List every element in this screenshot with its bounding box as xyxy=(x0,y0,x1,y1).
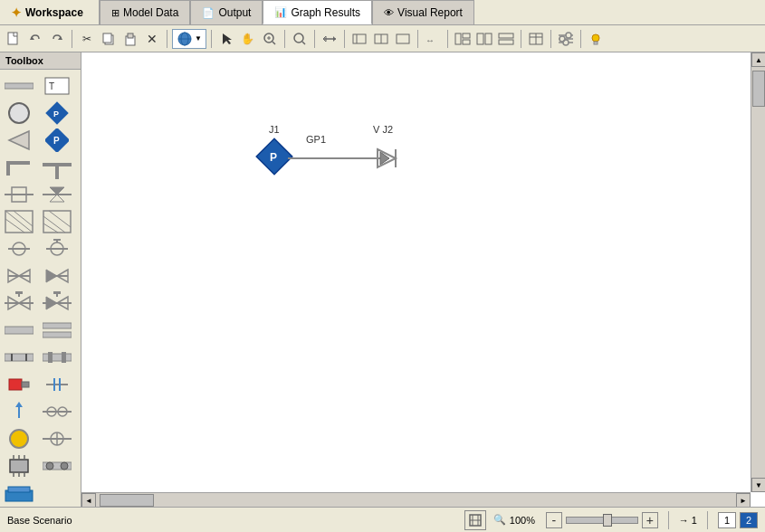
tool-flex2[interactable] xyxy=(42,345,72,370)
tool-hatch2[interactable] xyxy=(42,209,72,234)
layout1-button[interactable] xyxy=(453,29,473,49)
tool-valve8[interactable] xyxy=(42,290,72,316)
tool-valve4[interactable] xyxy=(42,236,72,261)
tool-valve-pair[interactable] xyxy=(42,399,72,424)
status-sep2 xyxy=(707,511,708,529)
tool-valve6[interactable] xyxy=(42,263,72,289)
tool-valve5[interactable] xyxy=(4,263,34,289)
svg-marker-80 xyxy=(46,270,57,282)
move-button[interactable]: ↔ xyxy=(423,29,443,49)
tool-pump-diamond[interactable]: P xyxy=(42,100,72,126)
tab-output[interactable]: 📄 Output xyxy=(190,0,263,24)
toolbox-panel: Toolbox T P P xyxy=(0,52,81,507)
svg-rect-95 xyxy=(5,354,33,361)
redo-button[interactable] xyxy=(47,29,67,49)
paste-button[interactable] xyxy=(120,29,140,49)
tool-actuator[interactable] xyxy=(4,399,34,424)
svg-rect-4 xyxy=(103,33,111,43)
move-icon: ↔ xyxy=(425,32,441,46)
tool-triangle[interactable] xyxy=(4,128,34,153)
tool-pump-red[interactable] xyxy=(4,372,34,397)
table-button[interactable] xyxy=(526,29,546,49)
options-button[interactable] xyxy=(556,29,576,49)
svg-rect-46 xyxy=(5,83,33,89)
tool-pipe-h[interactable] xyxy=(4,73,34,99)
tool-circle-yellow[interactable] xyxy=(4,426,34,451)
svg-text:P: P xyxy=(53,136,60,146)
pump-component[interactable]: P xyxy=(256,138,292,175)
v-scrollbar[interactable]: ▲ ▼ xyxy=(751,52,765,492)
globe-dropdown[interactable]: ▼ xyxy=(172,29,206,49)
v-scrollbar-thumb[interactable] xyxy=(752,71,765,107)
zoom-button[interactable] xyxy=(260,29,280,49)
undo-button[interactable] xyxy=(25,29,45,49)
tab-graph-results[interactable]: 📊 Graph Results xyxy=(263,0,372,24)
find-button[interactable] xyxy=(290,29,310,49)
toolbox-items: T P P xyxy=(0,70,81,507)
tool-pump-p[interactable]: P xyxy=(42,128,72,153)
zoom-minus-button[interactable]: - xyxy=(546,512,562,528)
scenario-label: Base Scenario xyxy=(7,515,72,526)
tool-text-box[interactable]: T xyxy=(42,73,72,99)
tool-valve2[interactable] xyxy=(42,182,72,207)
tool-chip[interactable] xyxy=(4,453,34,479)
status-sep1 xyxy=(668,511,669,529)
tab-visual-report[interactable]: 👁 Visual Report xyxy=(372,0,474,24)
svg-marker-88 xyxy=(46,297,57,309)
valve7-icon xyxy=(5,291,33,315)
pan-button[interactable]: ✋ xyxy=(238,29,258,49)
bulb-button[interactable] xyxy=(586,29,606,49)
arrow-label: → 1 xyxy=(679,515,697,526)
copy-button[interactable] xyxy=(99,29,119,49)
svg-rect-23 xyxy=(397,34,409,43)
tool-valve3[interactable] xyxy=(4,236,34,261)
tab-model-data[interactable]: ⊞ Model Data xyxy=(100,0,190,24)
tool-pipe-double[interactable] xyxy=(42,318,72,343)
connect-button[interactable] xyxy=(320,29,339,49)
box3-button[interactable] xyxy=(393,29,413,49)
svg-marker-17 xyxy=(333,36,336,42)
page1-box[interactable]: 1 xyxy=(718,512,736,528)
hatch2-icon xyxy=(43,210,72,233)
delete-button[interactable]: ✕ xyxy=(142,29,162,49)
tool-valve7[interactable] xyxy=(4,290,34,316)
h-scrollbar[interactable]: ◄ ► xyxy=(81,492,751,507)
tool-valve-cross[interactable] xyxy=(42,426,72,451)
tool-elbow[interactable] xyxy=(4,155,34,180)
scroll-right-button[interactable]: ► xyxy=(736,493,751,507)
tool-flex1[interactable] xyxy=(4,345,34,370)
tool-hatch1[interactable] xyxy=(4,209,34,234)
tool-pipe-segment[interactable] xyxy=(4,318,34,343)
tab-workspace[interactable]: ✦ Workspace xyxy=(0,0,100,24)
page2-box[interactable]: 2 xyxy=(740,512,758,528)
select-button[interactable] xyxy=(216,29,236,49)
box2-button[interactable] xyxy=(371,29,391,49)
svg-point-123 xyxy=(46,462,53,470)
sep1 xyxy=(72,30,72,48)
tool-tray[interactable] xyxy=(4,480,34,506)
canvas-area[interactable]: J1 GP1 V J2 P ▲ ▼ xyxy=(81,52,765,507)
tool-clamp[interactable] xyxy=(42,372,72,397)
cut-button[interactable]: ✂ xyxy=(77,29,97,49)
zoom-slider[interactable] xyxy=(566,517,638,524)
box1-button[interactable] xyxy=(349,29,369,49)
flex2-icon xyxy=(43,346,72,369)
scroll-down-button[interactable]: ▼ xyxy=(751,478,765,492)
tool-empty xyxy=(42,480,72,506)
tool-tee[interactable] xyxy=(42,155,72,180)
scroll-left-button[interactable]: ◄ xyxy=(81,493,96,507)
valve4-icon xyxy=(43,237,72,261)
layout3-button[interactable] xyxy=(496,29,516,49)
zoom-plus-button[interactable]: + xyxy=(642,512,658,528)
h-scrollbar-thumb[interactable] xyxy=(100,494,154,507)
new-button[interactable] xyxy=(4,29,24,49)
fit-button[interactable] xyxy=(464,510,486,530)
layout2-button[interactable] xyxy=(474,29,494,49)
tool-pipe-connector[interactable] xyxy=(42,453,72,479)
pump-p-icon: P xyxy=(45,128,69,152)
svg-rect-99 xyxy=(48,352,53,363)
tool-valve1[interactable] xyxy=(4,182,34,207)
zoom-slider-thumb[interactable] xyxy=(603,514,612,527)
tool-circle[interactable] xyxy=(4,100,34,126)
scroll-up-button[interactable]: ▲ xyxy=(751,52,765,67)
